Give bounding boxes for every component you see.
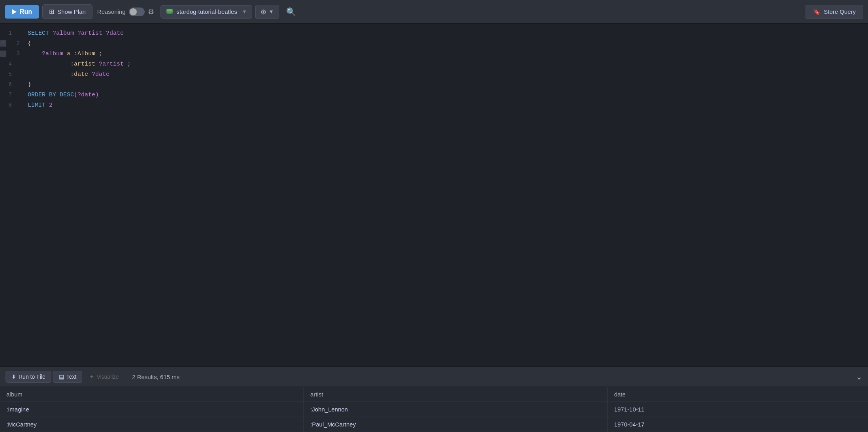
layers-icon: ⊕ <box>260 8 266 16</box>
table-header-row: album artist date <box>0 387 868 402</box>
reasoning-toggle[interactable] <box>129 8 145 16</box>
table-cell: :Paul_McCartney <box>304 417 608 432</box>
run-to-file-button[interactable]: ⬇ Run to File <box>6 371 51 383</box>
line-content: ORDER BY DESC(?date) <box>28 90 99 100</box>
diagram-icon: ⊞ <box>49 8 54 15</box>
line-number: 6 <box>0 80 20 89</box>
table-cell: 1970-04-17 <box>608 417 868 432</box>
run-button[interactable]: Run <box>5 5 39 19</box>
chevron-down-icon: ▼ <box>269 9 274 15</box>
bookmark-icon: 🔖 <box>813 8 821 15</box>
line-content: :date ?date <box>28 70 109 79</box>
visualize-label: Visualize <box>96 374 119 380</box>
text-icon: ▤ <box>59 374 64 380</box>
search-icon: 🔍 <box>286 8 296 16</box>
visualize-icon: ✦ <box>89 374 94 380</box>
search-button[interactable]: 🔍 <box>282 5 300 19</box>
gear-icon[interactable]: ⚙ <box>148 8 154 16</box>
download-icon: ⬇ <box>11 374 16 380</box>
line-number: 7 <box>0 90 20 99</box>
line-number: 1 <box>0 29 20 38</box>
database-icon <box>166 8 174 16</box>
chevron-down-icon: ⌄ <box>856 372 862 381</box>
run-label: Run <box>20 8 32 15</box>
text-label: Text <box>66 374 77 380</box>
code-editor[interactable]: 1SELECT ?album ?artist ?date−2{−3 ?album… <box>0 24 868 366</box>
line-number: 5 <box>0 70 20 79</box>
reasoning-group: Reasoning ⚙ <box>97 8 154 16</box>
database-name: stardog-tutorial-beatles <box>177 8 237 15</box>
line-number: 4 <box>0 60 20 68</box>
line-content: SELECT ?album ?artist ?date <box>28 29 124 38</box>
visualize-button[interactable]: ✦ Visualize <box>84 371 124 382</box>
table-cell: :McCartney <box>0 417 304 432</box>
show-plan-button[interactable]: ⊞ Show Plan <box>42 4 92 19</box>
store-query-label: Store Query <box>824 8 856 15</box>
collapse-button[interactable]: ⌄ <box>856 372 862 381</box>
table-cell: :Imagine <box>0 402 304 417</box>
store-query-button[interactable]: 🔖 Store Query <box>806 5 863 19</box>
line-content: } <box>28 80 31 90</box>
column-header-date: date <box>608 387 868 402</box>
table-cell: 1971-10-11 <box>608 402 868 417</box>
column-header-album: album <box>0 387 304 402</box>
text-button[interactable]: ▤ Text <box>53 371 83 383</box>
table-row: :Imagine:John_Lennon1971-10-11 <box>0 402 868 417</box>
table-row: :McCartney:Paul_McCartney1970-04-17 <box>0 417 868 432</box>
reasoning-label: Reasoning <box>97 8 126 15</box>
fold-button[interactable]: − <box>0 40 6 47</box>
code-line: 4 :artist ?artist ; <box>0 59 868 69</box>
line-content: LIMIT 2 <box>28 101 53 110</box>
line-number: 2 <box>8 39 28 48</box>
code-line: 5 :date ?date <box>0 69 868 80</box>
line-content: :artist ?artist ; <box>28 60 131 69</box>
toolbar: Run ⊞ Show Plan Reasoning ⚙ stardog-tuto… <box>0 0 868 24</box>
play-icon <box>12 9 17 15</box>
chevron-down-icon: ▼ <box>242 9 247 15</box>
show-plan-label: Show Plan <box>57 8 86 15</box>
table-cell: :John_Lennon <box>304 402 608 417</box>
database-selector[interactable]: stardog-tutorial-beatles ▼ <box>160 5 252 19</box>
code-line: 7ORDER BY DESC(?date) <box>0 90 868 100</box>
layers-button[interactable]: ⊕ ▼ <box>255 5 279 19</box>
code-line: 6} <box>0 80 868 90</box>
line-number: 8 <box>0 101 20 109</box>
run-to-file-label: Run to File <box>19 374 45 380</box>
code-line: 8LIMIT 2 <box>0 100 868 111</box>
results-table: album artist date :Imagine:John_Lennon19… <box>0 387 868 432</box>
line-number: 3 <box>8 49 28 58</box>
code-line: −2{ <box>0 39 868 49</box>
line-content: { <box>28 39 31 49</box>
column-header-artist: artist <box>304 387 608 402</box>
results-panel: ⬇ Run to File ▤ Text ✦ Visualize 2 Resul… <box>0 366 868 432</box>
line-content: ?album a :Album ; <box>28 49 102 59</box>
code-line: 1SELECT ?album ?artist ?date <box>0 28 868 39</box>
code-line: −3 ?album a :Album ; <box>0 49 868 59</box>
results-count: 2 Results, 615 ms <box>132 374 179 380</box>
results-toolbar: ⬇ Run to File ▤ Text ✦ Visualize 2 Resul… <box>0 367 868 387</box>
fold-button[interactable]: − <box>0 51 6 57</box>
